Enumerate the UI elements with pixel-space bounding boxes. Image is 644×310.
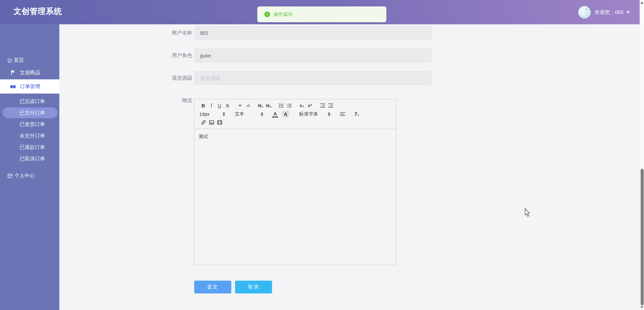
- sidebar-item-home[interactable]: 首页: [0, 55, 59, 65]
- indent-icon: [328, 103, 333, 108]
- home-icon: [7, 57, 12, 63]
- ordered-list-button[interactable]: [277, 102, 285, 109]
- sidebar-item-orders-active[interactable]: 订单管理: [0, 79, 59, 94]
- spinner-arrows-icon: [328, 112, 330, 116]
- bold-button[interactable]: B: [199, 102, 207, 109]
- strikethrough-button[interactable]: S: [224, 102, 232, 109]
- font-family-picker[interactable]: 标准字体: [299, 111, 330, 117]
- background-color-button[interactable]: A: [282, 111, 289, 118]
- text-color-button[interactable]: A: [272, 111, 278, 118]
- app-title: 文创管理系统: [13, 6, 62, 17]
- editor-text: 测试: [199, 134, 208, 139]
- blockquote-button[interactable]: ”: [236, 102, 244, 109]
- insert-image-button[interactable]: [207, 119, 215, 126]
- text-style-picker[interactable]: 文本: [235, 111, 263, 117]
- heading1-button[interactable]: H₁: [257, 102, 265, 109]
- insert-link-button[interactable]: [199, 119, 207, 126]
- scroll-up-arrow-icon[interactable]: [641, 2, 643, 4]
- editor-toolbar: B I U S ” ‹/› H₁ H₂: [195, 99, 396, 129]
- sidebar-item-label: 个人中心: [14, 173, 35, 179]
- user-menu[interactable]: 欢迎您，002: [578, 5, 630, 20]
- spinner-arrows-icon: [261, 112, 263, 116]
- orders-submenu: 已完成订单 已支付订单 已发货订单 未支付订单 已退款订单 已取消订单: [0, 96, 59, 164]
- check-circle-icon: ✓: [264, 11, 270, 17]
- indent-button[interactable]: [326, 102, 334, 109]
- outdent-button[interactable]: [318, 102, 326, 109]
- heading2-button[interactable]: H₂: [265, 102, 273, 109]
- return-reason-label: 退货原因: [145, 71, 192, 85]
- outdent-icon: [320, 103, 325, 108]
- submenu-item-shipped-orders[interactable]: 已发货订单: [0, 119, 59, 130]
- sidebar-item-label: 首页: [14, 57, 24, 63]
- submenu-item-cancelled-orders[interactable]: 已取消订单: [0, 153, 59, 164]
- sidebar-item-label: 订单管理: [20, 83, 40, 90]
- video-icon: [217, 120, 223, 125]
- welcome-text: 欢迎您，002: [595, 9, 623, 16]
- underline-button[interactable]: U: [215, 102, 224, 109]
- sidebar-item-products[interactable]: 文创商品: [0, 68, 59, 77]
- text-style-value: 文本: [235, 111, 244, 117]
- font-size-picker[interactable]: 14px: [199, 111, 225, 117]
- subscript-button[interactable]: x₂: [298, 102, 306, 109]
- cancel-button[interactable]: 取消: [235, 281, 272, 293]
- vertical-scrollbar[interactable]: [640, 0, 644, 310]
- app-window: 文创管理系统 欢迎您，002 ✓ 操作成功 首页 文创商品: [0, 0, 644, 310]
- idcard-icon: [7, 173, 13, 179]
- clean-format-button[interactable]: Tₓ: [353, 110, 361, 118]
- sidebar-item-label: 文创商品: [20, 70, 40, 76]
- mouse-cursor: [525, 208, 530, 217]
- return-reason-input[interactable]: [195, 71, 432, 85]
- editor-content[interactable]: 测试: [195, 129, 396, 145]
- user-role-label: 用户角色: [145, 49, 192, 62]
- link-icon: [201, 120, 206, 125]
- success-toast: ✓ 操作成功: [257, 6, 386, 22]
- submit-button[interactable]: 提交: [194, 281, 231, 293]
- sidebar: 首页 文创商品 订单管理 已完成订单 已支付订单 已发货订单 未支付订单 已退款…: [0, 24, 59, 310]
- bullet-list-button[interactable]: [285, 102, 293, 109]
- merchant-name-label: 商户名称: [145, 26, 192, 40]
- align-icon: [340, 111, 346, 117]
- submenu-item-paid-orders[interactable]: 已支付订单: [0, 107, 59, 119]
- spinner-arrows-icon: [223, 112, 225, 116]
- ordered-list-icon: [279, 103, 284, 108]
- sidebar-item-profile[interactable]: 个人中心: [0, 171, 59, 180]
- bullet-list-icon: [287, 103, 292, 108]
- user-role-input: [195, 49, 432, 62]
- insert-video-button[interactable]: [215, 119, 224, 126]
- logistics-rich-text-editor: B I U S ” ‹/› H₁ H₂: [194, 99, 397, 265]
- submenu-item-unpaid-orders[interactable]: 未支付订单: [0, 130, 59, 141]
- superscript-button[interactable]: x²: [306, 102, 314, 109]
- avatar[interactable]: [578, 6, 591, 19]
- logistics-label: 物流: [145, 94, 192, 107]
- font-family-value: 标准字体: [299, 111, 318, 117]
- flag-icon: [10, 70, 16, 75]
- code-block-button[interactable]: ‹/›: [244, 102, 252, 109]
- caret-down-icon: [626, 11, 630, 14]
- toast-message: 操作成功: [273, 11, 292, 18]
- italic-button[interactable]: I: [207, 102, 215, 109]
- merchant-name-input: [195, 26, 432, 40]
- align-button[interactable]: [339, 110, 347, 118]
- scroll-down-arrow-icon[interactable]: [641, 306, 643, 308]
- font-size-value: 14px: [199, 111, 209, 117]
- scrollbar-thumb[interactable]: [641, 169, 644, 305]
- ticket-icon: [10, 84, 16, 89]
- image-icon: [209, 120, 214, 125]
- submenu-item-completed-orders[interactable]: 已完成订单: [0, 96, 59, 107]
- submenu-item-refunded-orders[interactable]: 已退款订单: [0, 141, 59, 153]
